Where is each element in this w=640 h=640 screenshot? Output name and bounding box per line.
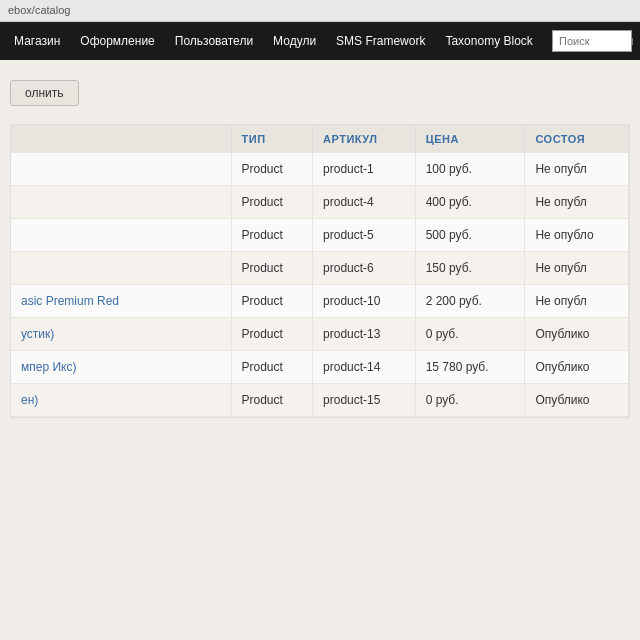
table-row: Product product-4 400 руб. Не опубл [11,186,629,219]
cell-name-5[interactable]: устик) [11,318,231,351]
cell-price-6: 15 780 руб. [415,351,525,384]
nav-item-users[interactable]: Пользователи [165,26,263,56]
cell-article-1: product-4 [313,186,416,219]
col-header-article[interactable]: АРТИКУЛ [313,125,416,153]
content-area: олнить ТИП АРТИКУЛ ЦЕНА СОСТОЯ Product p… [0,60,640,428]
cell-status-2: Не опубло [525,219,629,252]
table-row: ен) Product product-15 0 руб. Опублико [11,384,629,417]
cell-article-5: product-13 [313,318,416,351]
nav-item-sms[interactable]: SMS Framework [326,26,435,56]
table-row: мпер Икс) Product product-14 15 780 руб.… [11,351,629,384]
address-bar: ebox/catalog [0,0,640,22]
cell-price-2: 500 руб. [415,219,525,252]
nav-item-design[interactable]: Оформление [70,26,164,56]
col-header-status[interactable]: СОСТОЯ [525,125,629,153]
col-header-price[interactable]: ЦЕНА [415,125,525,153]
table-row: устик) Product product-13 0 руб. Опублик… [11,318,629,351]
cell-article-3: product-6 [313,252,416,285]
cell-status-7: Опублико [525,384,629,417]
cell-type-0: Product [231,153,313,186]
cell-price-7: 0 руб. [415,384,525,417]
cell-type-6: Product [231,351,313,384]
nav-item-shop[interactable]: Магазин [4,26,70,56]
cell-status-4: Не опубл [525,285,629,318]
product-table: ТИП АРТИКУЛ ЦЕНА СОСТОЯ Product product-… [11,125,629,417]
cell-type-5: Product [231,318,313,351]
cell-name-2[interactable] [11,219,231,252]
cell-article-0: product-1 [313,153,416,186]
cell-name-7[interactable]: ен) [11,384,231,417]
cell-type-7: Product [231,384,313,417]
cell-name-1[interactable] [11,186,231,219]
cell-name-0[interactable] [11,153,231,186]
cell-name-3[interactable] [11,252,231,285]
col-header-type[interactable]: ТИП [231,125,313,153]
table-row: Product product-1 100 руб. Не опубл [11,153,629,186]
cell-price-4: 2 200 руб. [415,285,525,318]
cell-price-5: 0 руб. [415,318,525,351]
cell-status-1: Не опубл [525,186,629,219]
table-row: Product product-5 500 руб. Не опубло [11,219,629,252]
cell-status-3: Не опубл [525,252,629,285]
nav-item-modules[interactable]: Модули [263,26,326,56]
nav-item-taxonomy[interactable]: Taxonomy Block [435,26,542,56]
nav-bar: Магазин Оформление Пользователи Модули S… [0,22,640,60]
search-input[interactable] [552,30,632,52]
cell-price-3: 150 руб. [415,252,525,285]
col-header-name [11,125,231,153]
product-table-wrapper: ТИП АРТИКУЛ ЦЕНА СОСТОЯ Product product-… [10,124,630,418]
cell-type-1: Product [231,186,313,219]
cell-type-4: Product [231,285,313,318]
action-button[interactable]: олнить [10,80,79,106]
cell-name-4[interactable]: asic Premium Red [11,285,231,318]
cell-article-7: product-15 [313,384,416,417]
cell-status-0: Не опубл [525,153,629,186]
table-row: asic Premium Red Product product-10 2 20… [11,285,629,318]
cell-type-2: Product [231,219,313,252]
cell-article-2: product-5 [313,219,416,252]
cell-status-5: Опублико [525,318,629,351]
cell-article-6: product-14 [313,351,416,384]
cell-type-3: Product [231,252,313,285]
table-header-row: ТИП АРТИКУЛ ЦЕНА СОСТОЯ [11,125,629,153]
cell-price-1: 400 руб. [415,186,525,219]
cell-name-6[interactable]: мпер Икс) [11,351,231,384]
cell-article-4: product-10 [313,285,416,318]
cell-price-0: 100 руб. [415,153,525,186]
search-container [552,30,632,52]
cell-status-6: Опублико [525,351,629,384]
table-row: Product product-6 150 руб. Не опубл [11,252,629,285]
